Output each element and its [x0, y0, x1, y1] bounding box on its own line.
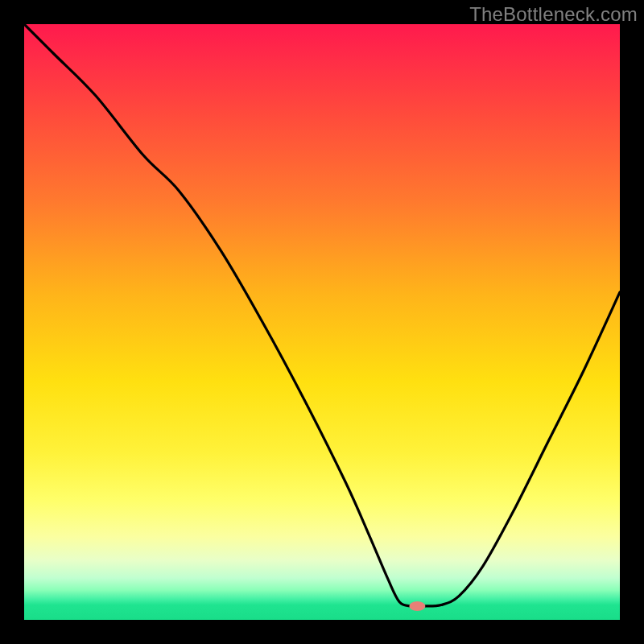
chart-frame: TheBottleneck.com: [0, 0, 644, 644]
optimum-marker: [409, 601, 425, 611]
watermark-text: TheBottleneck.com: [469, 3, 638, 26]
gradient-background: [24, 24, 620, 620]
plot-svg: [24, 24, 620, 620]
plot-area: [24, 24, 620, 620]
